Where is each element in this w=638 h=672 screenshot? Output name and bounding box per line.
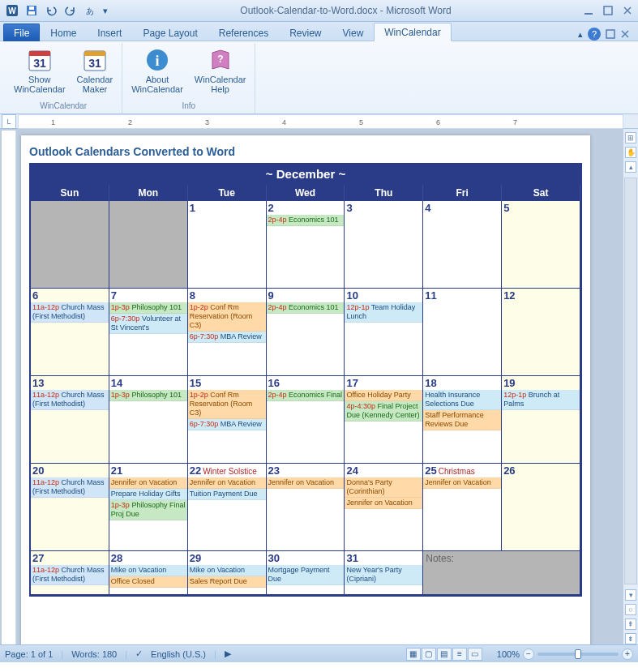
- calendar-cell: 81p-2p Conf Rm Reservation (Room C3)6p-7…: [188, 289, 267, 376]
- titlebar: W あ ▾ Outlook-Calendar-to-Word.docx - Mi…: [0, 0, 638, 22]
- event-text: Philosophy 101: [131, 391, 182, 399]
- day-number: 24: [345, 464, 422, 477]
- ribbon-group-title-2: Info: [182, 100, 195, 112]
- day-number: 18: [423, 376, 501, 390]
- ribbon-minimize-icon[interactable]: ▴: [578, 29, 583, 40]
- event-time: 1p-3p: [111, 391, 132, 399]
- window-controls: [581, 3, 635, 18]
- calendar-cell: 3: [345, 201, 423, 289]
- zoom-in-icon[interactable]: +: [622, 648, 633, 660]
- day-number: 11: [423, 289, 501, 302]
- calendar-cell: 4: [423, 201, 502, 289]
- web-layout-view-icon[interactable]: ▤: [437, 648, 452, 661]
- tab-page-layout[interactable]: Page Layout: [132, 24, 208, 41]
- calendar-cell: 12: [502, 289, 580, 376]
- event-time: 12p-1p: [503, 391, 529, 399]
- zoom-out-icon[interactable]: −: [523, 648, 534, 660]
- day-number: [109, 201, 187, 203]
- right-pane: ⊞ ✋ ▴ ▾ ○ ⇞ ⇟: [623, 129, 638, 644]
- calendar-event: Mortgage Payment Due: [267, 565, 345, 585]
- calendar-event: 11a-12p Church Mass (First Methodist): [31, 390, 109, 410]
- tab-selector[interactable]: L: [2, 114, 16, 129]
- next-page-icon[interactable]: ⇟: [625, 633, 636, 644]
- calendar-event: Sales Report Due: [188, 576, 266, 588]
- minimize-icon[interactable]: [581, 3, 596, 18]
- calendar-event: Office Holiday Party: [345, 390, 422, 401]
- day-number: 26: [502, 464, 580, 477]
- calendar-weekday-header: SunMonTueWedThuFriSat: [31, 185, 580, 201]
- tab-wincalendar[interactable]: WinCalendar: [374, 23, 451, 41]
- day-number: 27: [31, 551, 109, 565]
- calendar-event: 2p-4p Economics 101: [267, 215, 345, 226]
- status-words[interactable]: Words: 180: [71, 649, 117, 659]
- weekday-header: Fri: [423, 185, 502, 201]
- draft-view-icon[interactable]: ▭: [468, 648, 482, 661]
- ribbon-group-info: i About WinCalendar ? WinCalendar Help I…: [122, 43, 255, 113]
- tab-view[interactable]: View: [332, 24, 375, 41]
- help-label: WinCalendar Help: [195, 75, 246, 94]
- qat-customize-icon[interactable]: ▾: [101, 2, 110, 19]
- calendar-cell: 11: [423, 289, 502, 376]
- browse-object-icon[interactable]: ○: [625, 604, 636, 615]
- undo-icon[interactable]: [42, 2, 60, 19]
- word-icon[interactable]: W: [3, 2, 21, 19]
- tab-review[interactable]: Review: [279, 24, 332, 41]
- scroll-up-icon[interactable]: ▴: [625, 161, 636, 173]
- full-screen-view-icon[interactable]: ▢: [422, 648, 436, 661]
- svg-rect-6: [584, 13, 593, 15]
- calendar-event: Jennifer on Vacation: [188, 477, 266, 489]
- tab-insert[interactable]: Insert: [87, 24, 132, 41]
- print-layout-view-icon[interactable]: ▦: [406, 648, 421, 661]
- calendar-event: 4p-4:30p Final Project Due (Kennedy Cent…: [345, 401, 422, 422]
- ruler-mark: 2: [128, 118, 132, 126]
- ribbon-restore-icon[interactable]: [606, 29, 615, 39]
- calendar-cell: 1912p-1p Brunch at Palms: [502, 376, 580, 464]
- calendar-maker-button[interactable]: 31 Calendar Maker: [73, 45, 118, 100]
- qat-extra-icon[interactable]: あ: [81, 2, 99, 19]
- close-icon[interactable]: [620, 3, 635, 18]
- scroll-down-icon[interactable]: ▾: [625, 589, 636, 601]
- help-icon[interactable]: ?: [588, 28, 601, 41]
- horizontal-ruler[interactable]: 1234567: [18, 114, 623, 129]
- event-text: Donna's Party (Corinthian): [346, 478, 392, 495]
- status-page[interactable]: Page: 1 of 1: [5, 649, 53, 659]
- day-number: 1: [188, 201, 266, 215]
- ribbon-tabs: File Home Insert Page Layout References …: [0, 22, 638, 41]
- redo-icon[interactable]: [62, 2, 79, 19]
- ruler-toggle-icon[interactable]: ⊞: [625, 132, 636, 143]
- zoom-level[interactable]: 100%: [497, 649, 520, 659]
- zoom-slider[interactable]: [537, 653, 619, 656]
- prev-page-icon[interactable]: ⇞: [625, 618, 636, 630]
- vertical-scrollbar[interactable]: [624, 178, 637, 584]
- wincalendar-help-button[interactable]: ? WinCalendar Help: [191, 45, 250, 100]
- about-wincalendar-button[interactable]: i About WinCalendar: [127, 45, 187, 100]
- vertical-ruler[interactable]: [2, 131, 16, 644]
- day-number: 20: [31, 464, 109, 477]
- ribbon-close-icon[interactable]: [620, 29, 630, 39]
- event-time: 2p-4p: [268, 216, 289, 224]
- calendar-event: 12p-1p Brunch at Palms: [502, 390, 580, 410]
- calendar-event: Health Insurance Selections Due: [423, 390, 501, 410]
- proofing-icon[interactable]: ✓: [135, 648, 143, 659]
- macro-icon[interactable]: ▶: [225, 648, 231, 659]
- calendar-event: Jennifer on Vacation: [267, 477, 345, 489]
- calendar-cell: 162p-4p Economics Final: [267, 376, 345, 464]
- show-wincalendar-button[interactable]: 31 Show WinCalendar: [10, 45, 70, 100]
- svg-rect-7: [604, 6, 612, 15]
- calendar-grid: 122p-4p Economics 101345611a-12p Church …: [31, 201, 580, 595]
- tab-file[interactable]: File: [3, 24, 40, 41]
- notes-label: Notes:: [423, 551, 580, 566]
- outline-view-icon[interactable]: ≡: [452, 648, 467, 661]
- svg-text:31: 31: [88, 57, 101, 70]
- maximize-icon[interactable]: [601, 3, 615, 18]
- tab-references[interactable]: References: [208, 24, 279, 41]
- status-language[interactable]: English (U.S.): [151, 649, 206, 659]
- event-text: Jennifer on Vacation: [425, 478, 490, 486]
- day-number: 13: [31, 376, 109, 390]
- save-icon[interactable]: [23, 2, 41, 19]
- calendar-cell: 18Health Insurance Selections DueStaff P…: [423, 376, 502, 464]
- calendar-cell: 141p-3p Philosophy 101: [109, 376, 188, 464]
- tab-home[interactable]: Home: [40, 24, 87, 41]
- hand-icon[interactable]: ✋: [625, 147, 636, 158]
- calendar-cell: 22Winter SolsticeJennifer on VacationTui…: [188, 464, 267, 551]
